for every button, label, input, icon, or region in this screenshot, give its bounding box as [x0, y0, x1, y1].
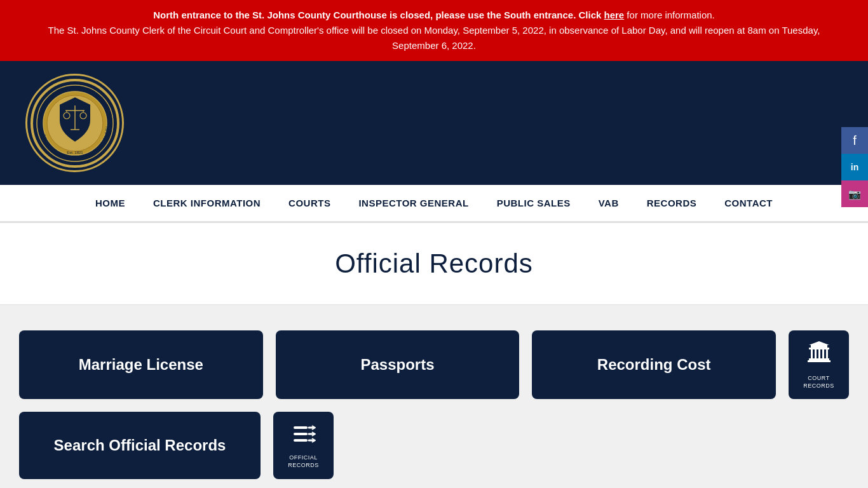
- cards-row-bottom: Search Official Records OFFICI: [19, 412, 849, 478]
- instagram-button[interactable]: 📷: [841, 180, 868, 207]
- page-title: Official Records: [13, 248, 855, 279]
- alert-line1: North entrance to the St. Johns County C…: [25, 8, 843, 23]
- navbar: HOME CLERK INFORMATION COURTS INSPECTOR …: [0, 185, 868, 223]
- nav-records[interactable]: RECORDS: [633, 186, 711, 220]
- official-records-label: OFFICIAL RECORDS: [280, 454, 327, 469]
- court-records-widget[interactable]: COURT RECORDS: [789, 330, 849, 399]
- header: CLERK OF THE CIRCUIT COURT AND COMPTROLL…: [0, 61, 868, 185]
- svg-marker-16: [809, 341, 829, 345]
- nav-contact[interactable]: CONTACT: [710, 186, 787, 220]
- court-records-label: COURT RECORDS: [795, 375, 843, 390]
- facebook-icon: f: [853, 133, 857, 148]
- page-title-area: Official Records: [0, 223, 868, 305]
- nav-vab[interactable]: VAB: [585, 186, 633, 220]
- nav-inspector-general[interactable]: INSPECTOR GENERAL: [344, 186, 482, 220]
- logo[interactable]: CLERK OF THE CIRCUIT COURT AND COMPTROLL…: [25, 74, 124, 172]
- linkedin-button[interactable]: in: [841, 154, 868, 180]
- main-content: Marriage License Passports Recording Cos…: [0, 305, 868, 488]
- nav-home[interactable]: HOME: [81, 186, 139, 220]
- marriage-license-button[interactable]: Marriage License: [19, 330, 263, 399]
- passports-button[interactable]: Passports: [276, 330, 520, 399]
- svg-rect-17: [811, 349, 813, 358]
- svg-text:Est. 1821: Est. 1821: [67, 151, 83, 154]
- svg-rect-26: [294, 439, 308, 442]
- alert-link[interactable]: here: [604, 10, 625, 20]
- nav-clerk-information[interactable]: CLERK INFORMATION: [139, 186, 275, 220]
- nav-public-sales[interactable]: PUBLIC SALES: [483, 186, 585, 220]
- court-building-icon: [806, 340, 832, 370]
- facebook-button[interactable]: f: [841, 127, 868, 154]
- svg-rect-18: [815, 349, 817, 358]
- svg-rect-19: [818, 349, 820, 358]
- svg-rect-23: [808, 360, 831, 362]
- svg-rect-20: [822, 349, 824, 358]
- svg-rect-21: [826, 349, 828, 358]
- linkedin-icon: in: [851, 162, 858, 172]
- search-official-records-button[interactable]: Search Official Records: [19, 412, 261, 478]
- svg-rect-24: [294, 426, 308, 429]
- svg-rect-25: [294, 433, 308, 435]
- cards-row-top: Marriage License Passports Recording Cos…: [19, 330, 849, 399]
- recording-cost-button[interactable]: Recording Cost: [532, 330, 776, 399]
- nav-courts[interactable]: COURTS: [275, 186, 344, 220]
- svg-rect-14: [809, 348, 829, 349]
- instagram-icon: 📷: [848, 188, 861, 200]
- svg-rect-15: [811, 345, 827, 348]
- alert-line2: The St. Johns County Clerk of the Circui…: [25, 23, 843, 53]
- official-records-widget[interactable]: OFFICIAL RECORDS: [273, 412, 334, 478]
- svg-rect-22: [809, 358, 829, 360]
- social-sidebar: f in 📷: [841, 127, 868, 207]
- official-records-icon: [291, 421, 316, 449]
- alert-banner: North entrance to the St. Johns County C…: [0, 0, 868, 61]
